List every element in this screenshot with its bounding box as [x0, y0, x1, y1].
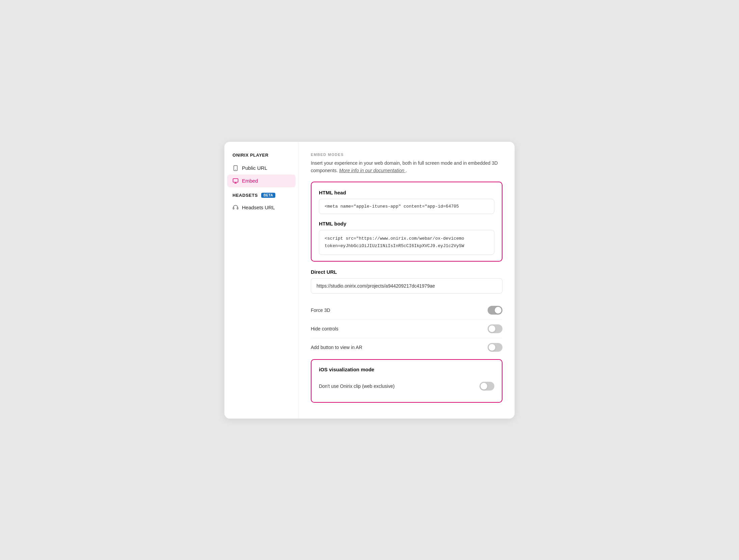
toggle-rows: Force 3D Hide controls Add button to vie… — [311, 301, 502, 356]
direct-url-value[interactable]: https://studio.onirix.com/projects/a9442… — [311, 278, 502, 294]
html-head-code[interactable]: <meta name="apple-itunes-app" content="a… — [319, 199, 494, 214]
ios-toggle-label: Don't use Onirix clip (web exclusive) — [319, 383, 394, 389]
toggle-hide-controls[interactable] — [488, 324, 502, 333]
sidebar-item-embed[interactable]: Embed — [227, 175, 296, 187]
headsets-section-header: HEADSETS BETA — [224, 193, 298, 201]
embed-modes-label: EMBED MODES — [311, 153, 502, 157]
sidebar-item-public-url[interactable]: Public URL — [224, 162, 298, 175]
toggle-force-3d-label: Force 3D — [311, 308, 330, 313]
headset-icon — [232, 205, 239, 211]
main-card: ONIRIX PLAYER Public URL Embed — [224, 142, 515, 419]
toggle-add-button-ar-label: Add button to view in AR — [311, 345, 362, 350]
headsets-section-title: HEADSETS — [232, 193, 258, 198]
sidebar: ONIRIX PLAYER Public URL Embed — [224, 142, 299, 419]
html-body-block: HTML body <script src="https://www.oniri… — [319, 221, 494, 255]
ios-section: iOS visualization mode Don't use Onirix … — [311, 359, 502, 403]
embed-icon — [232, 178, 239, 184]
toggle-row-hide-controls: Hide controls — [311, 320, 502, 338]
direct-url-section: Direct URL https://studio.onirix.com/pro… — [311, 269, 502, 294]
svg-rect-5 — [233, 208, 234, 209]
html-body-label: HTML body — [319, 221, 494, 226]
sidebar-item-headsets-url-label: Headsets URL — [242, 205, 275, 210]
embed-modes-desc: Insert your experience in your web domai… — [311, 159, 502, 175]
html-body-code[interactable]: <script src="https://www.onirix.com/weba… — [319, 230, 494, 255]
main-content: EMBED MODES Insert your experience in yo… — [299, 142, 515, 419]
toggle-force-3d[interactable] — [488, 306, 502, 315]
sidebar-item-embed-label: Embed — [242, 178, 258, 184]
html-section: HTML head <meta name="apple-itunes-app" … — [311, 182, 502, 262]
documentation-link[interactable]: More info in our documentation — [339, 168, 406, 173]
html-head-block: HTML head <meta name="apple-itunes-app" … — [319, 190, 494, 214]
phone-icon — [232, 165, 239, 171]
svg-rect-6 — [237, 208, 238, 209]
beta-badge: BETA — [261, 193, 275, 198]
html-head-label: HTML head — [319, 190, 494, 195]
player-section-title: ONIRIX PLAYER — [224, 153, 298, 162]
ios-section-title: iOS visualization mode — [319, 367, 494, 372]
sidebar-item-public-url-label: Public URL — [242, 165, 267, 171]
toggle-row-add-button-ar: Add button to view in AR — [311, 338, 502, 356]
toggle-add-button-ar[interactable] — [488, 343, 502, 352]
ios-toggle-row: Don't use Onirix clip (web exclusive) — [319, 377, 494, 395]
direct-url-label: Direct URL — [311, 269, 502, 275]
toggle-ios-clip[interactable] — [480, 382, 494, 391]
toggle-hide-controls-label: Hide controls — [311, 326, 338, 331]
toggle-row-force-3d: Force 3D — [311, 301, 502, 320]
sidebar-item-headsets-url[interactable]: Headsets URL — [224, 201, 298, 214]
svg-rect-2 — [233, 179, 238, 182]
